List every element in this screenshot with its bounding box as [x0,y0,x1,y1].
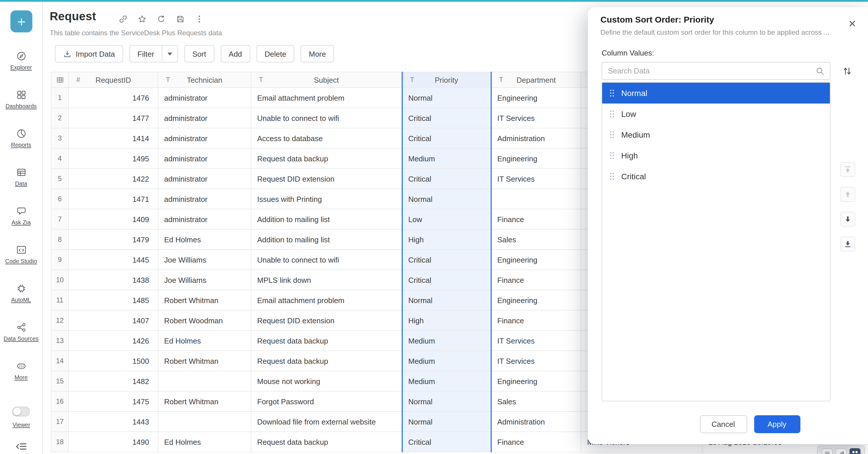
cell-subject[interactable]: Unable to connect to wifi [251,108,402,128]
cell-priority[interactable]: Medium [402,371,491,391]
cell-department[interactable]: Engineering [491,290,581,310]
cell-priority[interactable]: Medium [402,331,491,351]
cell-department[interactable]: Sales [491,229,581,250]
drag-handle-icon[interactable] [609,130,615,139]
cell-rownum[interactable]: 16 [51,391,68,412]
cell-subject[interactable]: Request DID extension [251,310,402,331]
column-header-priority[interactable]: TPriority [402,72,491,88]
cell-rownum[interactable]: 4 [51,148,68,169]
sort-value-low[interactable]: Low [602,104,830,124]
cell-rownum[interactable]: 9 [51,250,68,270]
cell-request_id[interactable]: 1495 [68,148,158,169]
cell-technician[interactable]: Robert Whitman [158,351,251,371]
cell-subject[interactable]: Access to database [251,128,402,148]
drag-handle-icon[interactable] [609,151,615,160]
cell-request_id[interactable]: 1407 [68,310,158,331]
sidebar-item-data[interactable]: Data [0,167,42,206]
cell-subject[interactable]: Mouse not working [251,371,402,391]
sort-direction-icon[interactable] [840,64,854,78]
move-down-button[interactable] [840,212,855,227]
cell-priority[interactable]: Critical [402,432,491,452]
cell-request_id[interactable]: 1443 [68,412,158,432]
cell-request_id[interactable]: 1485 [68,290,158,310]
column-header-department[interactable]: TDepartment [491,72,581,88]
cell-priority[interactable]: Critical [402,169,491,189]
drag-handle-icon[interactable] [609,88,615,98]
cell-technician[interactable] [158,371,251,391]
star-icon[interactable] [137,15,147,24]
cell-technician[interactable]: administrator [158,148,251,169]
cell-rownum[interactable]: 1 [51,88,68,108]
toolbar-more-button[interactable]: More [301,45,334,62]
drag-handle-icon[interactable] [609,172,615,181]
cell-subject[interactable]: Email attachment problem [251,88,402,108]
cell-request_id[interactable]: 1475 [68,391,158,412]
column-header-rownum[interactable] [51,72,68,88]
cell-technician[interactable]: administrator [158,209,251,229]
cell-technician[interactable]: Joe Williams [158,250,251,270]
search-input[interactable] [602,62,830,79]
sidebar-item-reports[interactable]: Reports [0,129,42,167]
cell-department[interactable]: Administration [491,128,581,148]
sidebar-item-dashboards[interactable]: Dashboards [0,90,42,129]
cell-request_id[interactable]: 1414 [68,128,158,148]
cell-subject[interactable]: Request data backup [251,331,402,351]
cell-subject[interactable]: Download file from external website [251,412,402,432]
cell-priority[interactable]: Normal [402,290,491,310]
cell-priority[interactable]: High [402,310,491,331]
viewer-toggle[interactable] [12,406,30,417]
cell-rownum[interactable]: 6 [51,189,68,209]
cell-request_id[interactable]: 1422 [68,169,158,189]
cell-priority[interactable]: Normal [402,391,491,412]
cell-technician[interactable]: Robert Woodman [158,310,251,331]
cell-subject[interactable]: Unable to connect to wifi [251,250,402,270]
cell-technician[interactable]: administrator [158,128,251,148]
move-top-button[interactable] [840,162,855,177]
cell-technician[interactable]: administrator [158,169,251,189]
move-up-button[interactable] [840,187,855,202]
cell-department[interactable]: Finance [491,270,581,290]
column-header-subject[interactable]: TSubject [251,72,402,88]
cell-rownum[interactable]: 2 [51,108,68,128]
cell-priority[interactable]: Critical [402,250,491,270]
cell-rownum[interactable]: 11 [51,290,68,310]
sort-value-medium[interactable]: Medium [602,124,830,145]
cell-technician[interactable] [158,412,251,432]
apply-button[interactable]: Apply [754,415,800,433]
toolbar-delete-button[interactable]: Delete [256,45,294,62]
cell-technician[interactable]: administrator [158,88,251,108]
sidebar-item-data-sources[interactable]: Data Sources [0,322,42,361]
cell-priority[interactable]: Critical [402,270,491,290]
cell-subject[interactable]: Addition to mailing list [251,229,402,250]
cell-department[interactable]: IT Services [491,351,581,371]
cell-technician[interactable]: Ed Holmes [158,432,251,452]
cell-request_id[interactable]: 1482 [68,371,158,391]
drag-handle-icon[interactable] [609,109,615,119]
toolbar-add-button[interactable]: Add [220,45,250,62]
cell-rownum[interactable]: 17 [51,412,68,432]
cell-technician[interactable]: Ed Holmes [158,331,251,351]
cell-rownum[interactable]: 3 [51,128,68,148]
cell-request_id[interactable]: 1490 [68,432,158,452]
cell-technician[interactable]: Robert Whitman [158,391,251,412]
collapse-sidebar-icon[interactable] [16,441,27,452]
link-icon[interactable] [119,15,128,24]
cell-rownum[interactable]: 15 [51,371,68,391]
cell-subject[interactable]: MPLS link down [251,270,402,290]
cell-request_id[interactable]: 1438 [68,270,158,290]
sidebar-item-ask-zia[interactable]: Ask Zia [0,206,42,245]
cell-department[interactable]: Engineering [491,250,581,270]
close-icon[interactable]: ✕ [848,19,857,29]
filter-dropdown-segment[interactable] [162,46,178,62]
cell-rownum[interactable]: 18 [51,432,68,452]
cell-rownum[interactable]: 5 [51,169,68,189]
column-header-request_id[interactable]: #RequestID [68,72,158,88]
cell-department[interactable]: Engineering [491,148,581,169]
column-header-technician[interactable]: TTechnician [158,72,251,88]
cancel-button[interactable]: Cancel [700,415,747,433]
cell-subject[interactable]: Addition to mailing list [251,209,402,229]
cell-technician[interactable]: administrator [158,189,251,209]
cell-request_id[interactable]: 1500 [68,351,158,371]
cell-department[interactable]: IT Services [491,108,581,128]
grid-view-icon[interactable] [849,448,861,454]
